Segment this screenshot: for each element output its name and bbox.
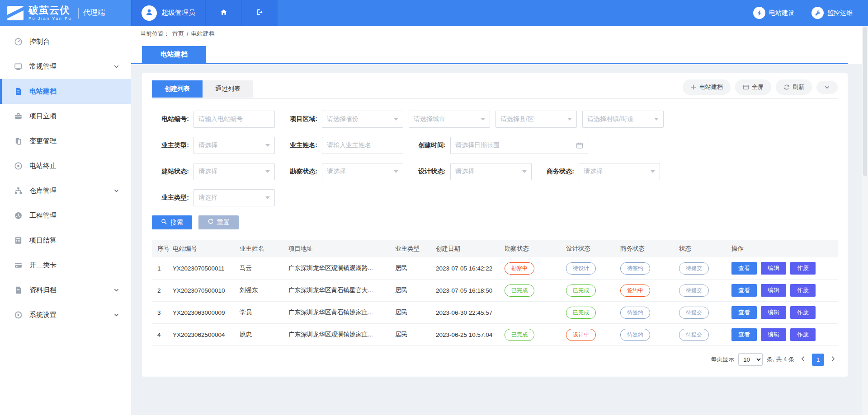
cell-actions: 查看 编辑 作废 [731,328,838,341]
cell-owner-name: 刘强东 [240,286,288,294]
prev-page-button[interactable] [798,354,808,365]
reset-button[interactable]: 重置 [198,215,239,229]
status-badge: 待提交 [679,329,709,341]
cell-index: 4 [157,331,173,338]
search-button[interactable]: 搜索 [152,215,192,229]
filter-placeholder: 请选择城市 [414,115,478,123]
filter-label: 业主姓名: [280,141,322,149]
view-button[interactable]: 查看 [731,306,757,319]
logo: 破茧云伏 Po Jian Yun Fu 代理端 [0,0,131,26]
cell-station-code: YX2023063000009 [173,309,240,316]
logout-button[interactable] [241,0,278,26]
table-row: 3 YX2023063000009 学员 广东深圳龙华区黄石镇姚家庄... 居民… [152,302,838,324]
sidebar-item[interactable]: 工程管理 [0,203,131,228]
filter-input[interactable]: 请选择 [450,163,532,180]
add-station-button[interactable]: 电站建档 [683,79,731,95]
chevron-down-icon [113,287,119,293]
filter-input[interactable]: 请选择省份 [322,111,403,128]
view-button[interactable]: 查看 [731,284,757,297]
filter-placeholder: 请选择 [584,168,648,176]
filter-input[interactable]: 请选择 [193,189,275,206]
sidebar-item[interactable]: 变更管理 [0,129,131,154]
sidebar-item[interactable]: 系统设置 [0,303,131,327]
sidebar: 控制台 常规管理 电站建档 项目立项 [0,26,131,415]
nav-station-build[interactable]: 电站建设 [753,7,794,19]
col-header: 勘察状态 [505,245,566,253]
scrollbar-thumb[interactable] [863,27,867,176]
plus-icon [690,84,697,90]
cell-owner-type: 居民 [395,331,436,339]
filter-input[interactable]: 请选择 [193,163,275,180]
cell-created-date: 2023-07-05 16:18:50 [436,287,505,294]
edit-button[interactable]: 编辑 [761,262,786,275]
per-page-select[interactable]: 10 [738,353,763,366]
filter-field: 业主类型: 请选择 [152,137,275,154]
filter-input[interactable]: 请输入电站编号 [193,111,275,128]
sidebar-item[interactable]: 资料归档 [0,278,131,303]
table-row: 4 YX2023062500004 姚忠 广东深圳龙华区观澜镇姚家庄... 居民… [152,324,838,346]
void-button[interactable]: 作废 [790,306,816,319]
filter-form: 电站编号: 请输入电站编号 项目区域: [152,99,838,229]
void-button[interactable]: 作废 [790,284,816,297]
filter-input[interactable]: 请输入业主姓名 [322,137,403,154]
business-status-badge: 待签约 [620,307,650,319]
sidebar-item[interactable]: 项目立项 [0,104,131,129]
edit-button[interactable]: 编辑 [761,284,786,297]
list-tab[interactable]: 通过列表 [203,80,253,98]
filter-input[interactable]: 请选择城市 [409,111,490,128]
sidebar-item[interactable]: 仓库管理 [0,178,131,203]
breadcrumb-home[interactable]: 首页 [172,30,184,38]
page-tab[interactable]: 电站建档 [142,46,206,63]
table-header: 序号 电站编号 业主姓名 项目地址 业主类型 创建日期 勘察状态 设计状态 商务… [152,240,838,257]
scrollbar[interactable] [862,26,868,415]
void-button[interactable]: 作废 [790,328,816,341]
filter-input[interactable]: 请选择县/区 [495,111,577,128]
edit-button[interactable]: 编辑 [761,306,786,319]
view-button[interactable]: 查看 [731,262,757,275]
home-button[interactable] [205,0,241,26]
cell-owner-name: 姚忠 [240,331,288,339]
sidebar-item-label: 工程管理 [29,211,119,220]
filter-field: 创建时间: 请选择日期范围 [409,137,588,154]
select-caret-icon [394,118,398,121]
user-menu[interactable]: 超级管理员 [131,0,205,26]
filter-input[interactable]: 请选择 [579,163,660,180]
page-number-button[interactable]: 1 [812,354,824,366]
void-button[interactable]: 作废 [790,262,816,275]
chevron-down-icon [113,64,119,70]
design-status-badge: 已完成 [566,307,596,319]
edit-button[interactable]: 编辑 [761,328,786,341]
total-count-text: 条, 共 4 条 [767,355,794,364]
nav-monitor-ops[interactable]: 监控运维 [811,7,853,19]
view-button[interactable]: 查看 [731,328,757,341]
sidebar-item[interactable]: 开二类卡 [0,253,131,278]
breadcrumb: 当前位置： 首页 / 电站建档 [131,26,868,42]
logo-icon [6,4,24,22]
filter-input[interactable]: 请选择村镇/街道 [582,111,664,128]
sidebar-item[interactable]: 常规管理 [0,54,131,79]
refresh-button[interactable]: 刷新 [776,79,812,95]
select-caret-icon [265,170,270,173]
collapse-button[interactable] [816,81,838,94]
list-tab[interactable]: 创建列表 [152,80,203,98]
cell-survey-status: 已完成 [505,329,566,341]
breadcrumb-current: 电站建档 [191,30,215,38]
cell-created-date: 2023-07-05 16:42:22 [436,265,505,272]
sidebar-item[interactable]: 电站建档 [0,79,131,104]
sidebar-item[interactable]: 控制台 [0,29,131,54]
filter-input[interactable]: 请选择 [193,137,275,154]
sidebar-item[interactable]: 项目结算 [0,228,131,253]
station-table: 序号 电站编号 业主姓名 项目地址 业主类型 创建日期 勘察状态 设计状态 商务… [152,240,838,346]
cell-business-status: 待签约 [620,262,679,275]
cell-address: 广东深圳龙华区观澜镇姚家庄... [288,331,395,339]
status-badge: 待提交 [679,307,709,319]
select-caret-icon [265,144,270,147]
select-caret-icon [481,118,485,121]
sidebar-item[interactable]: 电站终止 [0,154,131,178]
fullscreen-button[interactable]: 全屏 [735,79,771,95]
next-page-button[interactable] [828,354,838,365]
breadcrumb-separator: / [187,30,189,37]
filter-input[interactable]: 请选择日期范围 [450,137,588,154]
filter-input[interactable]: 请选择 [322,163,403,180]
cell-owner-type: 居民 [395,264,436,272]
